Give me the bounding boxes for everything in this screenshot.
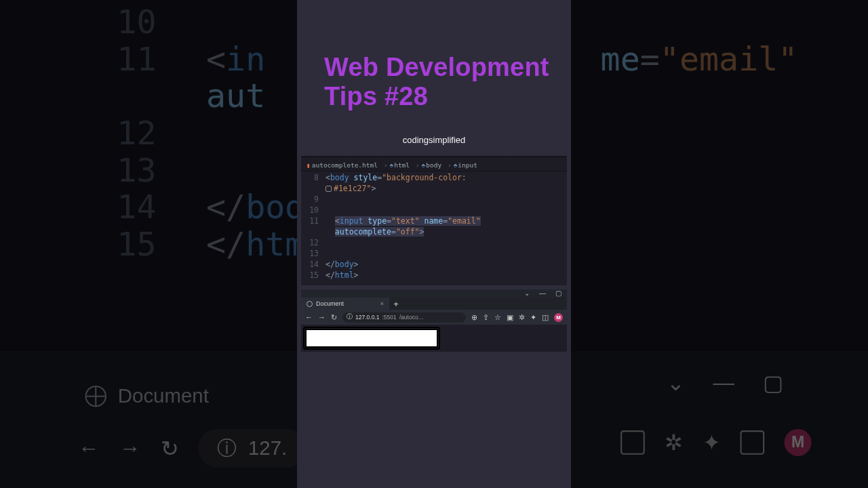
bookmark-icon[interactable]: ☆ bbox=[494, 314, 501, 321]
tab-title: Document bbox=[316, 300, 344, 307]
share-icon[interactable]: ⇪ bbox=[483, 314, 489, 321]
browser-toolbar: ← → ↻ ⓘ 127.0.0.1:5501/autoco… ⊕ ⇪ ☆ ▣ ✲… bbox=[301, 310, 567, 325]
dropdown-icon[interactable]: ⌄ bbox=[524, 290, 530, 297]
app-icon[interactable]: ▣ bbox=[507, 314, 513, 321]
back-button[interactable]: ← bbox=[305, 314, 313, 321]
foreground-panel: Web Development Tips #28 codingsimplifie… bbox=[297, 0, 571, 488]
react-devtools-icon[interactable]: ✲ bbox=[519, 314, 525, 321]
tab-bar: Document × + bbox=[301, 298, 567, 310]
tag-icon: ⬘ bbox=[389, 161, 393, 169]
author-handle: codingsimplified bbox=[297, 135, 571, 145]
email-input[interactable] bbox=[305, 329, 438, 348]
editor-body[interactable]: 8<body style="background-color:#1e1c27">… bbox=[301, 171, 567, 285]
extensions-icon[interactable]: ✦ bbox=[530, 314, 536, 321]
breadcrumb[interactable]: ▮autocomplete.html ›⬘html ›⬘body ›⬘input bbox=[301, 159, 567, 171]
close-tab-icon[interactable]: × bbox=[380, 300, 384, 307]
info-icon[interactable]: ⓘ bbox=[347, 313, 353, 321]
profile-avatar[interactable]: M bbox=[554, 313, 563, 322]
zoom-icon[interactable]: ⊕ bbox=[471, 314, 477, 321]
forward-button[interactable]: → bbox=[318, 314, 326, 321]
browser-viewport bbox=[301, 325, 567, 352]
browser-window: ⌄ — ▢ Document × + ← → ↻ ⓘ 127.0.0.1:550… bbox=[301, 289, 567, 352]
new-tab-button[interactable]: + bbox=[389, 298, 403, 310]
minimize-icon[interactable]: — bbox=[539, 290, 546, 297]
code-editor: ▮autocomplete.html ›⬘html ›⬘body ›⬘input… bbox=[301, 156, 567, 285]
page-title: Web Development Tips #28 bbox=[324, 53, 571, 110]
html-file-icon: ▮ bbox=[307, 161, 311, 169]
maximize-icon[interactable]: ▢ bbox=[555, 290, 561, 297]
address-bar[interactable]: ⓘ 127.0.0.1:5501/autoco… bbox=[342, 312, 466, 323]
sidepanel-icon[interactable]: ◫ bbox=[542, 314, 549, 321]
tag-icon: ⬘ bbox=[454, 161, 458, 169]
tag-icon: ⬘ bbox=[422, 161, 426, 169]
globe-icon bbox=[307, 301, 313, 307]
window-controls: ⌄ — ▢ bbox=[301, 289, 567, 298]
browser-tab[interactable]: Document × bbox=[301, 298, 389, 310]
reload-button[interactable]: ↻ bbox=[331, 314, 337, 321]
